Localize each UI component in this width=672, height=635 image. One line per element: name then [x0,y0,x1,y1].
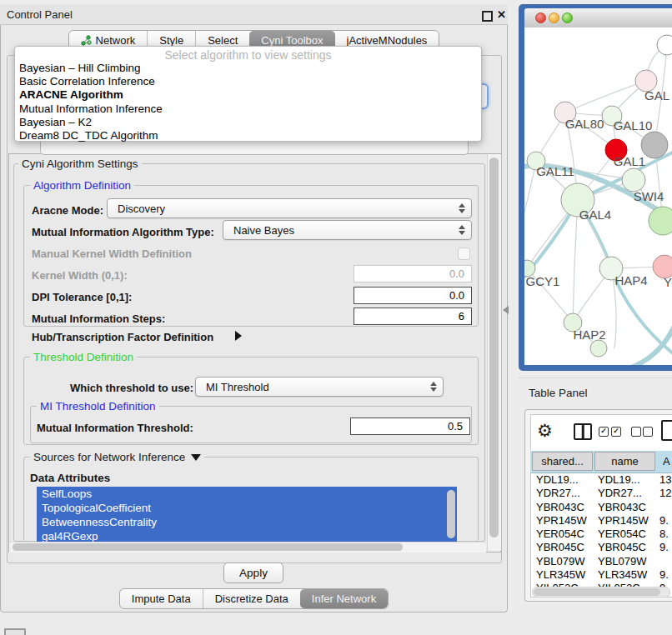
table-row[interactable]: YLR345WYLR345W9. [531,568,672,582]
table-body: YDL19...YDL19...13YDR27...YDR27...12YBR0… [531,473,672,587]
table-cell: YPR145W [536,514,587,527]
which-threshold-value: MI Threshold [206,381,269,393]
algorithm-option-dream8-dc-tdc-algorithm[interactable]: Dream8 DC_TDC Algorithm [15,129,481,142]
table-cell: YDR27... [598,487,642,499]
table-cell: YLR345W [598,568,647,581]
table-row[interactable]: YER054CYER054C8. [531,528,672,541]
tab-label: Impute Data [132,592,191,605]
tab-label: Style [159,34,183,47]
combo-spinner-icon [459,203,465,213]
control-panel-titlebar [0,4,508,25]
network-icon [81,35,92,46]
mi-steps-field[interactable] [354,308,472,325]
mi-type-combobox[interactable]: Naive Bayes [223,220,472,240]
table-cell: 9. [659,514,669,527]
network-edge[interactable] [573,200,578,322]
zoom-traffic-light-icon[interactable] [562,12,573,23]
network-node-swi4[interactable] [622,168,645,192]
vertical-scrollbar-thumb[interactable] [489,158,499,538]
mi-threshold-field[interactable] [350,418,470,435]
tab-impute-data[interactable]: Impute Data [120,589,203,608]
minimized-panel-chip[interactable] [4,628,26,635]
table-row[interactable]: YBR045CYBR045C9. [531,541,672,554]
document-icon[interactable] [661,420,672,441]
tab-label: jActiveMNodules [347,34,428,47]
node-label-gal1: GAL1 [614,154,645,168]
network-window-titlebar[interactable] [524,8,672,28]
table-cell: YDR27... [536,487,580,499]
table-row[interactable]: YDR27...YDR27...12 [531,487,672,500]
algorithm-option-mutual-information-inference[interactable]: Mutual Information Inference [15,102,481,116]
expand-right-arrow-icon[interactable] [235,331,242,341]
mi-steps-label: Mutual Information Steps: [32,312,165,325]
column-header-partial[interactable]: A [663,455,670,468]
algorithm-option-aracne-algorithm[interactable]: ARACNE Algorithm [15,88,481,102]
column-header-name[interactable]: name [594,452,655,471]
unchecked-checkbox-icon[interactable] [631,427,641,437]
table-cell: YDL19... [598,473,640,486]
network-node[interactable] [649,207,672,235]
tab-label: Infer Network [312,592,376,605]
checked-checkbox-icon[interactable]: ✓ [611,427,621,437]
table-cell: YBL079W [598,555,647,568]
data-attribute-item[interactable]: BetweennessCentrality [37,515,457,529]
table-cell: YLR345W [536,568,585,581]
table-row[interactable]: YDL19...YDL19...13 [531,473,672,487]
split-pane-collapse-handle[interactable] [503,306,509,314]
gear-icon[interactable]: ⚙ [537,421,553,441]
horizontal-scrollbar-thumb[interactable] [13,543,403,551]
apply-button[interactable]: Apply [223,562,283,583]
tab-label: Network [96,34,136,47]
mi-type-label: Mutual Information Algorithm Type: [32,226,214,238]
table-cell: YER054C [536,528,584,540]
data-attribute-item[interactable]: gal4RGexp [37,529,457,542]
network-node[interactable] [590,340,607,357]
data-attribute-item[interactable]: SelfLoops [37,487,457,501]
column-layout-icon[interactable] [574,423,592,440]
collapse-down-arrow-icon[interactable] [191,454,201,461]
threshold-definition-title: Threshold Definition [30,351,137,363]
column-header-shared[interactable]: shared... [532,452,593,471]
data-attributes-list[interactable]: SelfLoopsTopologicalCoefficientBetweenne… [37,487,457,542]
manual-kernel-label: Manual Kernel Width Definition [32,248,192,260]
algorithm-option-basic-correlation-inference[interactable]: Basic Correlation Inference [15,75,481,88]
table-row[interactable]: YBR043CYBR043C [531,501,672,514]
data-attribute-item[interactable]: TopologicalCoefficient [37,501,457,515]
table-cell: YBR043C [598,501,646,513]
table-cell: YBL079W [536,555,585,568]
algorithm-option-bayesian-k2[interactable]: Bayesian – K2 [15,116,481,129]
tab-infer-network[interactable]: Infer Network [300,589,388,608]
table-cell: 13 [659,473,671,486]
node-label-gal: GAL [644,88,669,102]
network-edge-highlighted[interactable] [548,326,672,365]
dpi-tolerance-field[interactable] [354,287,472,304]
panel-divider [519,378,672,378]
algorithm-definition-title: Algorithm Definition [30,179,134,192]
table-row[interactable]: YPR145WYPR145W9. [531,514,672,528]
aracne-mode-combobox[interactable]: Discovery [107,198,472,218]
which-threshold-combobox[interactable]: MI Threshold [195,377,444,397]
node-label-gcy1: GCY1 [526,274,560,288]
table-cell: 12 [659,487,671,499]
algorithm-option-bayesian-hill-climbing[interactable]: Bayesian – Hill Climbing [15,62,481,75]
network-canvas[interactable]: GALGAL80GAL10GAL1GAL11SWI4GAL4GCY1HAP4YH… [524,28,672,365]
close-traffic-light-icon[interactable] [535,12,546,23]
aracne-mode-label: Aracne Mode: [32,204,103,217]
float-window-icon[interactable] [482,11,493,22]
algorithm-placeholder: Select algorithm to view settings [15,48,481,62]
table-row[interactable]: YBL079WYBL079W [531,555,672,568]
attribute-list-scrollbar-thumb[interactable] [447,490,455,538]
hub-section-label: Hub/Transcription Factor Definition [32,331,213,343]
unchecked-checkbox-icon[interactable] [643,427,653,437]
table-horizontal-scrollbar-thumb[interactable] [534,588,660,596]
checked-checkbox-icon[interactable]: ✓ [599,427,609,437]
sources-title-text: Sources for Network Inference [33,451,185,463]
minimize-traffic-light-icon[interactable] [549,12,559,23]
close-icon[interactable]: ✕ [497,8,506,21]
kernel-width-field[interactable] [354,265,472,282]
node-label-y: Y [664,275,672,289]
manual-kernel-checkbox[interactable] [458,248,470,260]
tab-discretize-data[interactable]: Discretize Data [203,589,300,608]
tab-label: Cyni Toolbox [261,34,323,47]
network-node[interactable] [657,35,672,55]
